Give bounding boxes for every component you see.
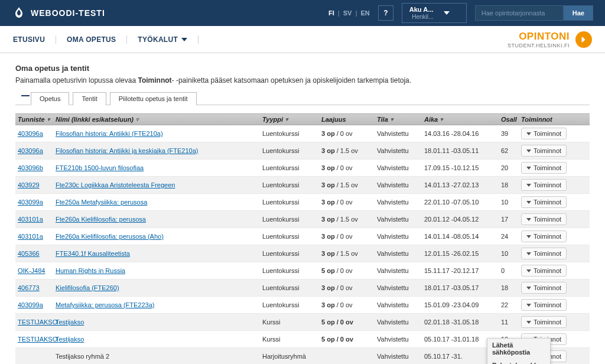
course-id-link[interactable]: OIK-J484 — [18, 267, 45, 274]
table-row: 403101aFte260a Kielifilosofia: perusosa … — [15, 211, 590, 228]
col-extent[interactable]: Laajuus — [319, 114, 375, 125]
course-id-link[interactable]: 403099a — [18, 301, 43, 308]
course-extent: 3 op / 0 ov — [319, 299, 375, 311]
user-menu[interactable]: Aku A... Henkil... — [402, 3, 467, 22]
lang-en[interactable]: EN — [361, 9, 370, 17]
chevron-down-icon — [526, 201, 531, 204]
course-type: Luentokurssi — [260, 196, 319, 208]
course-type: Luentokurssi — [260, 162, 319, 174]
search-button[interactable]: Hae — [564, 5, 593, 21]
course-participants: 20 — [499, 162, 519, 174]
course-name-link[interactable]: Testijakso — [56, 318, 84, 326]
course-id-link[interactable]: TESTIJAKSO — [18, 336, 57, 343]
course-name-link[interactable]: Kielifilosofia (FTE260) — [56, 284, 119, 291]
actions-button[interactable]: Toiminnot — [521, 299, 567, 311]
lang-sv[interactable]: SV — [343, 9, 352, 17]
course-name-link[interactable]: Filosofian historia: Antiikki ja keskiai… — [56, 147, 198, 154]
actions-button[interactable]: Toiminnot — [521, 230, 567, 242]
course-state: Vahvistettu — [375, 145, 422, 157]
course-name-link[interactable]: Fte250a Metafysiikka: perusosa — [56, 199, 147, 206]
actions-button[interactable]: Toiminnot — [521, 265, 567, 277]
course-id-link[interactable]: 403096b — [18, 164, 43, 171]
dropdown-feedback[interactable]: Palautelomakkeen ylläpito — [487, 359, 550, 364]
actions-button[interactable]: Toiminnot — [521, 196, 567, 208]
course-name-link[interactable]: FTE210b 1500-luvun filosofiaa — [56, 164, 144, 171]
actions-button[interactable]: Toiminnot — [521, 248, 567, 259]
course-participants: 24 — [499, 230, 519, 242]
actions-button[interactable]: Toiminnot — [521, 162, 567, 174]
course-name-link[interactable]: Human Rights in Russia — [56, 267, 125, 274]
course-state: Vahvistettu — [375, 128, 422, 139]
col-actions: Toiminnot — [519, 114, 565, 125]
course-type: Luentokurssi — [260, 282, 319, 294]
actions-button[interactable]: Toiminnot — [521, 213, 567, 225]
col-participants[interactable]: Osall — [499, 114, 519, 125]
content: Oma opetus ja tentit Painamalla opetusri… — [0, 53, 605, 364]
brand-text: WEBOODI-TESTI — [31, 8, 105, 18]
chevron-down-icon — [526, 321, 531, 324]
lang-fi[interactable]: FI — [328, 9, 334, 17]
table-row: 403096aFilosofian historia: Antiikki ja … — [15, 142, 590, 160]
nav-own-teaching[interactable]: OMA OPETUS — [56, 35, 127, 44]
course-participants: 39 — [499, 128, 519, 139]
course-name-link[interactable]: Fte260a Kielifilosofia: perusosa — [56, 216, 146, 223]
course-participants: 18 — [499, 282, 519, 294]
col-id[interactable]: Tunniste▾ — [15, 114, 53, 125]
tab-active-indicator — [21, 95, 30, 96]
course-time: 18.01.11 -03.05.11 — [422, 145, 499, 157]
actions-button[interactable]: Toiminnot — [521, 128, 567, 139]
actions-button[interactable]: Toiminnot — [521, 145, 567, 157]
chevron-down-icon — [526, 304, 531, 307]
course-id-link[interactable]: 403096a — [18, 130, 43, 137]
search-input[interactable] — [475, 5, 564, 21]
table-row: 405366FTE340.1f Kausaliteetista Luentoku… — [15, 245, 590, 262]
actions-button[interactable]: Toiminnot — [521, 282, 567, 294]
course-type: Luentokurssi — [260, 213, 319, 225]
course-id-link[interactable]: 403101a — [18, 216, 43, 223]
course-state: Vahvistettu — [375, 248, 422, 259]
logo[interactable]: WEBOODI-TESTI — [12, 6, 105, 20]
table-row: 403096bFTE210b 1500-luvun filosofiaa Lue… — [15, 160, 590, 177]
course-extent: 3 op / 0 ov — [319, 230, 375, 242]
actions-button[interactable]: Toiminnot — [521, 316, 567, 328]
course-type: Kurssi — [260, 333, 319, 345]
course-state: Vahvistettu — [375, 265, 422, 277]
course-id-link[interactable]: 403929 — [18, 181, 40, 188]
col-name[interactable]: Nimi (linkki esikatseluun)▿ — [53, 114, 260, 125]
course-time: 18.01.17 -03.05.17 — [422, 282, 499, 294]
opintoni-link[interactable]: OPINTONI STUDENT.HELSINKI.FI — [508, 31, 592, 48]
col-state[interactable]: Tila▾ — [375, 114, 422, 125]
course-id-link[interactable]: 403099a — [18, 199, 43, 206]
course-id-link[interactable]: 403096a — [18, 147, 43, 154]
course-name-link[interactable]: Filosofian historia: Antiikki (FTE210a) — [56, 130, 163, 137]
course-name-link[interactable]: FTE340.1f Kausaliteetista — [56, 250, 130, 257]
tab-opetus[interactable]: Opetus — [31, 92, 69, 105]
tab-tentit[interactable]: Tentit — [73, 92, 106, 105]
course-name-link[interactable]: Fte260a Kielifilosofia: perusosa (Aho) — [56, 233, 164, 240]
col-time[interactable]: Aika▾ — [422, 114, 499, 125]
nav-home[interactable]: ETUSIVU — [13, 35, 56, 44]
dropdown-send-email[interactable]: Lähetä sähköpostia — [487, 339, 550, 359]
course-id-link[interactable]: 403101a — [18, 233, 43, 240]
course-time: 20.01.12 -04.05.12 — [422, 213, 499, 225]
table-row: TESTIJAKSOTestijakso Kurssi5 op / 0 ovVa… — [15, 314, 590, 331]
course-id-link[interactable]: 405366 — [18, 250, 40, 257]
opintoni-title: OPINTONI — [508, 31, 570, 43]
course-name-link[interactable]: Fte230c Logiikkaa Aristoteleesta Fregeen — [56, 181, 175, 188]
course-name-link[interactable]: Metafysiikka: perusosa (FTE223a) — [56, 301, 155, 308]
help-button[interactable]: ? — [378, 5, 393, 21]
course-type: Luentokurssi — [260, 145, 319, 157]
course-participants: 17 — [499, 213, 519, 225]
page-title: Oma opetus ja tentit — [15, 64, 590, 73]
chevron-down-icon — [526, 269, 531, 272]
table-row: 403096aFilosofian historia: Antiikki (FT… — [15, 125, 590, 142]
course-name-link[interactable]: Testijakso — [56, 336, 84, 343]
nav-tools[interactable]: TYÖKALUT — [127, 35, 199, 44]
tabs: Opetus Tentit Piilotettu opetus ja tenti… — [15, 92, 590, 105]
col-type[interactable]: Tyyppi▾ — [260, 114, 319, 125]
course-id-link[interactable]: TESTIJAKSO — [18, 318, 57, 326]
course-time: 17.09.15 -10.12.15 — [422, 162, 499, 174]
course-id-link[interactable]: 406773 — [18, 284, 40, 291]
actions-button[interactable]: Toiminnot — [521, 179, 567, 191]
tab-hidden[interactable]: Piilotettu opetus ja tentit — [110, 92, 197, 105]
